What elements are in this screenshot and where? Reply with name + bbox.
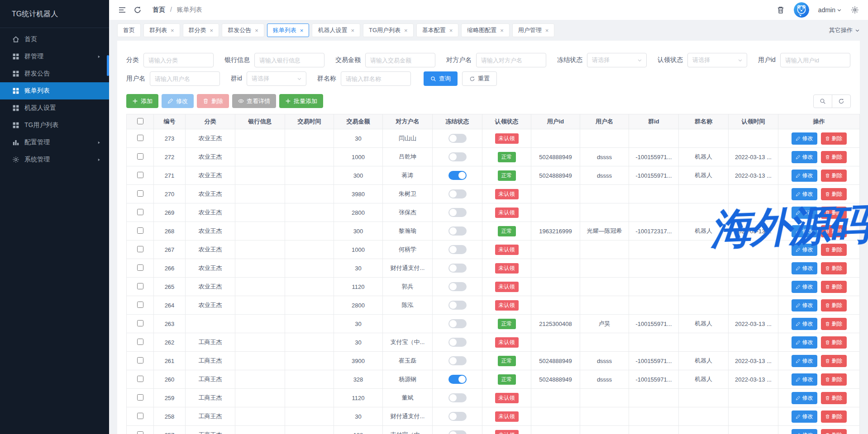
delete-button[interactable]: 删除 xyxy=(197,94,229,108)
row-checkbox[interactable] xyxy=(137,227,143,234)
row-delete-button[interactable]: 删除 xyxy=(821,188,847,200)
tab-基本配置[interactable]: 基本配置× xyxy=(416,24,459,37)
sidebar-item-config-manage[interactable]: 配置管理 xyxy=(0,134,109,151)
frozen-toggle[interactable] xyxy=(448,245,467,254)
query-button[interactable]: 查询 xyxy=(424,71,458,86)
row-edit-button[interactable]: 修改 xyxy=(792,429,817,434)
row-delete-button[interactable]: 删除 xyxy=(821,151,847,163)
row-delete-button[interactable]: 删除 xyxy=(821,373,847,386)
sidebar-item-bill-list[interactable]: 账单列表 xyxy=(0,82,109,99)
search-icon[interactable] xyxy=(813,94,832,108)
batch-add-button[interactable]: 批量添加 xyxy=(279,94,323,108)
frozen-toggle[interactable] xyxy=(448,171,467,180)
trade-amount-input[interactable] xyxy=(365,53,435,67)
tab-close-icon[interactable]: × xyxy=(351,28,354,33)
row-delete-button[interactable]: 删除 xyxy=(821,244,847,256)
tab-close-icon[interactable]: × xyxy=(545,28,549,33)
frozen-toggle[interactable] xyxy=(448,282,467,291)
reset-button[interactable]: 重置 xyxy=(462,71,497,86)
tab-缩略图配置[interactable]: 缩略图配置× xyxy=(461,24,510,37)
tab-群分类[interactable]: 群分类× xyxy=(183,24,219,37)
row-delete-button[interactable]: 删除 xyxy=(821,318,847,330)
row-edit-button[interactable]: 修改 xyxy=(792,392,817,404)
frozen-toggle[interactable] xyxy=(448,393,467,402)
row-checkbox[interactable] xyxy=(137,320,143,326)
category-input[interactable] xyxy=(143,53,214,67)
tab-群发公告[interactable]: 群发公告× xyxy=(222,24,264,37)
claim-status-select[interactable]: 请选择 xyxy=(687,53,747,67)
tab-close-icon[interactable]: × xyxy=(404,28,408,33)
frozen-toggle[interactable] xyxy=(448,208,467,217)
row-edit-button[interactable]: 修改 xyxy=(792,410,817,423)
row-edit-button[interactable]: 修改 xyxy=(792,373,817,386)
row-checkbox[interactable] xyxy=(137,283,143,289)
frozen-toggle[interactable] xyxy=(448,338,467,347)
frozen-toggle[interactable] xyxy=(448,319,467,328)
sidebar-item-group-manage[interactable]: 群管理 xyxy=(0,48,109,65)
row-edit-button[interactable]: 修改 xyxy=(792,281,817,293)
sidebar-item-group-announce[interactable]: 群发公告 xyxy=(0,65,109,82)
group-id-select[interactable]: 请选择 xyxy=(247,71,306,86)
row-delete-button[interactable]: 删除 xyxy=(821,299,847,311)
refresh-icon[interactable] xyxy=(134,6,142,14)
frozen-toggle[interactable] xyxy=(448,412,467,421)
row-delete-button[interactable]: 删除 xyxy=(821,281,847,293)
row-edit-button[interactable]: 修改 xyxy=(792,170,817,182)
select-all-checkbox[interactable] xyxy=(137,118,143,124)
view-detail-button[interactable]: 查看详情 xyxy=(232,94,276,108)
row-checkbox[interactable] xyxy=(137,153,143,160)
row-checkbox[interactable] xyxy=(137,135,143,141)
row-delete-button[interactable]: 删除 xyxy=(821,355,847,367)
row-checkbox[interactable] xyxy=(137,190,143,197)
row-edit-button[interactable]: 修改 xyxy=(792,355,817,367)
row-delete-button[interactable]: 删除 xyxy=(821,207,847,219)
counterparty-input[interactable] xyxy=(476,53,546,67)
tab-账单列表[interactable]: 账单列表× xyxy=(267,24,310,37)
row-edit-button[interactable]: 修改 xyxy=(792,188,817,200)
tab-用户管理[interactable]: 用户管理× xyxy=(512,24,555,37)
row-checkbox[interactable] xyxy=(137,209,143,215)
menu-collapse-icon[interactable] xyxy=(118,6,126,14)
user-menu[interactable]: admin xyxy=(818,6,842,14)
row-checkbox[interactable] xyxy=(137,394,143,401)
row-edit-button[interactable]: 修改 xyxy=(792,132,817,145)
tab-群列表[interactable]: 群列表× xyxy=(143,24,180,37)
frozen-toggle[interactable] xyxy=(448,134,467,143)
row-edit-button[interactable]: 修改 xyxy=(792,262,817,274)
trash-icon[interactable] xyxy=(777,6,785,14)
row-edit-button[interactable]: 修改 xyxy=(792,244,817,256)
row-checkbox[interactable] xyxy=(137,357,143,363)
row-edit-button[interactable]: 修改 xyxy=(792,225,817,237)
sidebar-item-system-manage[interactable]: 系统管理 xyxy=(0,151,109,168)
row-checkbox[interactable] xyxy=(137,172,143,178)
frozen-toggle[interactable] xyxy=(448,189,467,198)
avatar[interactable] xyxy=(794,2,809,18)
user-name-input[interactable] xyxy=(150,71,220,86)
tab-close-icon[interactable]: × xyxy=(449,28,453,33)
add-button[interactable]: 添加 xyxy=(126,94,158,108)
row-edit-button[interactable]: 修改 xyxy=(792,207,817,219)
tab-close-icon[interactable]: × xyxy=(171,28,174,33)
row-delete-button[interactable]: 删除 xyxy=(821,170,847,182)
sidebar-item-tg-user-list[interactable]: TG用户列表 xyxy=(0,117,109,134)
row-edit-button[interactable]: 修改 xyxy=(792,318,817,330)
row-edit-button[interactable]: 修改 xyxy=(792,151,817,163)
row-edit-button[interactable]: 修改 xyxy=(792,336,817,349)
frozen-toggle[interactable] xyxy=(448,152,467,161)
row-checkbox[interactable] xyxy=(137,246,143,252)
row-delete-button[interactable]: 删除 xyxy=(821,336,847,349)
frozen-status-select[interactable]: 请选择 xyxy=(587,53,647,67)
row-delete-button[interactable]: 删除 xyxy=(821,225,847,237)
row-checkbox[interactable] xyxy=(137,264,143,271)
row-checkbox[interactable] xyxy=(137,376,143,382)
frozen-toggle[interactable] xyxy=(448,264,467,273)
row-checkbox[interactable] xyxy=(137,339,143,345)
tab-close-icon[interactable]: × xyxy=(300,28,304,33)
row-delete-button[interactable]: 删除 xyxy=(821,429,847,434)
frozen-toggle[interactable] xyxy=(448,301,467,310)
user-id-input[interactable] xyxy=(780,53,850,67)
tab-close-icon[interactable]: × xyxy=(255,28,258,33)
tab-close-icon[interactable]: × xyxy=(500,28,504,33)
row-delete-button[interactable]: 删除 xyxy=(821,262,847,274)
tab-close-icon[interactable]: × xyxy=(210,28,214,33)
